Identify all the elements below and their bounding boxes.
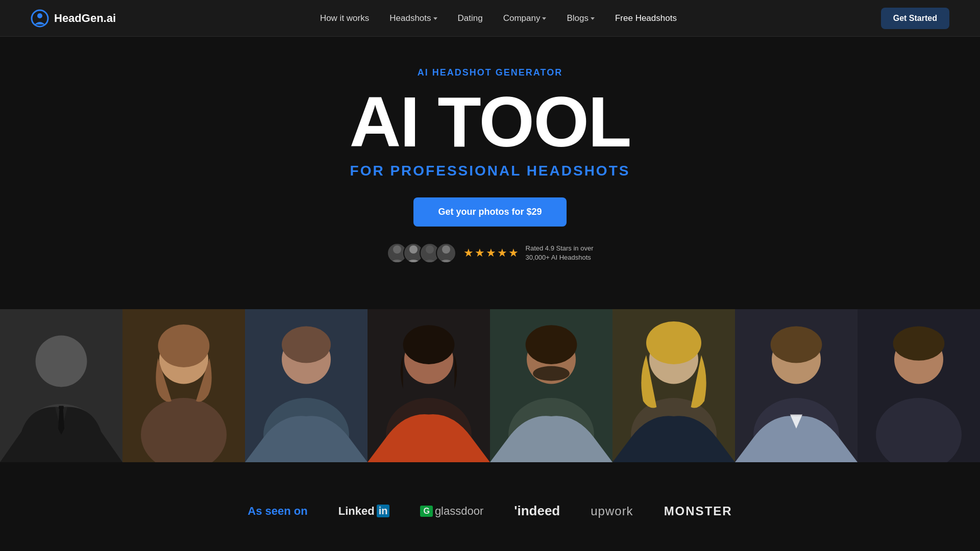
- headshot-3: [245, 309, 368, 462]
- star-1: ★: [463, 246, 474, 260]
- hero-tagline: FOR PROFESSIONAL HEADSHOTS: [10, 163, 970, 179]
- headshot-4: [368, 309, 490, 462]
- star-3: ★: [486, 246, 496, 260]
- as-seen-label: As seen on: [248, 505, 307, 518]
- hero-subtitle: AI HEADSHOT GENERATOR: [10, 67, 970, 78]
- as-seen-on-section: As seen on Linked in G glassdoor 'indeed…: [0, 493, 980, 549]
- svg-point-1: [37, 13, 42, 18]
- headshots-dropdown-icon: [433, 17, 437, 20]
- headshots-row: [0, 309, 980, 462]
- svg-point-21: [403, 325, 455, 364]
- svg-point-26: [526, 325, 577, 364]
- upwork-logo: upwork: [591, 504, 633, 518]
- svg-point-5: [442, 245, 450, 254]
- rating-line2: 30,000+ AI Headshots: [526, 253, 594, 262]
- headshot-1: [0, 309, 122, 462]
- star-rating: ★ ★ ★ ★ ★: [463, 246, 519, 260]
- headshot-8: [857, 309, 980, 462]
- headshot-5: [490, 309, 612, 462]
- svg-point-38: [893, 327, 945, 361]
- star-4: ★: [497, 246, 507, 260]
- blogs-dropdown-icon: [591, 17, 595, 20]
- svg-point-30: [646, 321, 701, 364]
- svg-point-2: [393, 245, 401, 254]
- svg-point-4: [426, 245, 434, 254]
- get-started-button[interactable]: Get Started: [881, 8, 949, 29]
- star-5: ★: [508, 246, 519, 260]
- nav-company[interactable]: Company: [503, 13, 547, 23]
- headshot-7: [735, 309, 857, 462]
- avatar-group: [387, 243, 456, 263]
- headshot-2: [122, 309, 245, 462]
- nav-how-it-works[interactable]: How it works: [320, 13, 369, 23]
- star-2: ★: [475, 246, 485, 260]
- hero-title: AI TOOL: [10, 86, 970, 158]
- nav-blogs[interactable]: Blogs: [567, 13, 595, 23]
- svg-point-7: [36, 336, 87, 387]
- monster-logo: MONSTER: [664, 504, 732, 518]
- glassdoor-square: G: [420, 506, 432, 517]
- indeed-logo: 'indeed: [514, 503, 560, 519]
- rating-line1: Rated 4.9 Stars in over: [526, 244, 594, 253]
- svg-point-34: [771, 327, 822, 363]
- nav-links: How it works Headshots Dating Company Bl…: [320, 13, 677, 23]
- nav-headshots[interactable]: Headshots: [389, 13, 437, 23]
- logo[interactable]: HeadGen.ai: [31, 9, 116, 28]
- nav-free-headshots[interactable]: Free Headshots: [615, 13, 677, 23]
- svg-point-25: [533, 366, 570, 381]
- rating-text: Rated 4.9 Stars in over 30,000+ AI Heads…: [526, 244, 594, 262]
- svg-rect-9: [59, 406, 64, 409]
- headshot-6: [612, 309, 735, 462]
- company-dropdown-icon: [542, 17, 546, 20]
- hero-section: AI HEADSHOT GENERATOR AI TOOL FOR PROFES…: [0, 37, 980, 309]
- svg-point-3: [409, 245, 418, 254]
- linkedin-logo: Linked in: [338, 505, 390, 518]
- brand-logos: Linked in G glassdoor 'indeed upwork MON…: [338, 503, 732, 519]
- avatar-4: [436, 243, 456, 263]
- glassdoor-logo: G glassdoor: [420, 505, 483, 518]
- hero-cta-button[interactable]: Get your photos for $29: [413, 197, 566, 227]
- linkedin-badge: in: [377, 505, 390, 517]
- nav-dating[interactable]: Dating: [458, 13, 483, 23]
- ratings-section: ★ ★ ★ ★ ★ Rated 4.9 Stars in over 30,000…: [10, 243, 970, 263]
- navbar: HeadGen.ai How it works Headshots Dating…: [0, 0, 980, 37]
- svg-point-13: [158, 324, 210, 367]
- svg-point-17: [282, 327, 331, 363]
- logo-text: HeadGen.ai: [54, 12, 116, 25]
